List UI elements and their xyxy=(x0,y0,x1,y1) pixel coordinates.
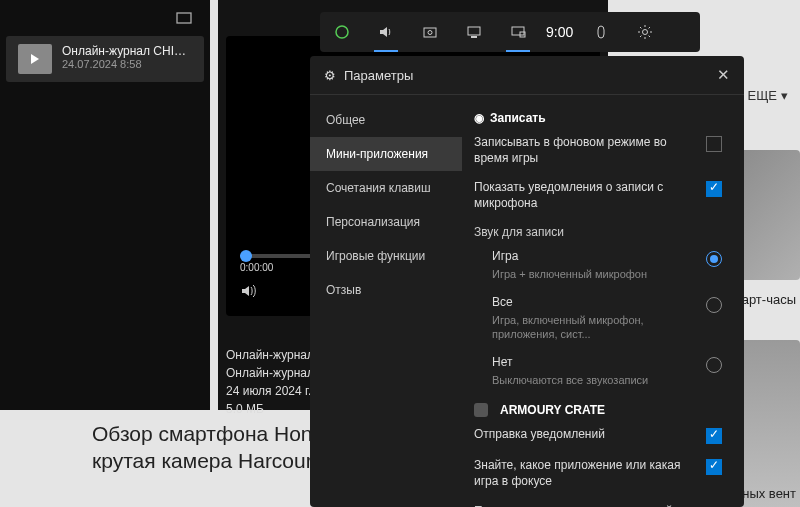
settings-content: ◉ Записать Записывать в фоновом режиме в… xyxy=(462,95,744,507)
svg-rect-8 xyxy=(598,26,604,38)
section-label: ARMOURY CRATE xyxy=(500,403,605,417)
nav-shortcuts[interactable]: Сочетания клавиш xyxy=(310,171,462,205)
row-sound-none[interactable]: Нет Выключаются все звукозаписи xyxy=(492,355,722,387)
widgets-icon[interactable] xyxy=(496,12,540,52)
nav-feedback[interactable]: Отзыв xyxy=(310,273,462,307)
checkbox[interactable] xyxy=(706,181,722,197)
gallery-item-date: 24.07.2024 8:58 xyxy=(62,58,192,70)
option-label: Нет xyxy=(492,355,696,371)
showmenu-title: Показать в меню мини-приложений xyxy=(474,504,722,507)
svg-point-3 xyxy=(428,31,432,35)
row-ac-focus[interactable]: Знайте, какое приложение или какая игра … xyxy=(474,458,722,489)
row-ac-notify[interactable]: Отправка уведомлений xyxy=(474,427,722,444)
checkbox[interactable] xyxy=(706,459,722,475)
option-label: Игра xyxy=(492,249,696,265)
svg-rect-2 xyxy=(424,28,436,37)
nav-gaming[interactable]: Игровые функции xyxy=(310,239,462,273)
gallery-thumbnail xyxy=(18,44,52,74)
audio-icon[interactable] xyxy=(364,12,408,52)
window-icon[interactable] xyxy=(176,10,192,29)
more-label: ЕЩЕ xyxy=(747,88,777,103)
gallery-item-title: Онлайн-журнал CHIP — M... xyxy=(62,44,192,58)
gallery-item[interactable]: Онлайн-журнал CHIP — M... 24.07.2024 8:5… xyxy=(6,36,204,82)
radio[interactable] xyxy=(706,251,722,267)
row-mic-notify[interactable]: Показать уведомления о записи с микрофон… xyxy=(474,180,722,211)
settings-nav: Общее Мини-приложения Сочетания клавиш П… xyxy=(310,95,462,507)
performance-icon[interactable] xyxy=(452,12,496,52)
settings-title: Параметры xyxy=(344,68,413,83)
xbox-icon[interactable] xyxy=(320,12,364,52)
mouse-icon[interactable] xyxy=(579,12,623,52)
nav-general[interactable]: Общее xyxy=(310,103,462,137)
radio[interactable] xyxy=(706,357,722,373)
settings-titlebar: ⚙ Параметры ✕ xyxy=(310,56,744,95)
option-label: Все xyxy=(492,295,696,311)
row-label: Знайте, какое приложение или какая игра … xyxy=(474,458,706,489)
checkbox[interactable] xyxy=(706,428,722,444)
section-label: Записать xyxy=(490,111,546,125)
option-sub: Выключаются все звукозаписи xyxy=(492,373,696,387)
row-label: Отправка уведомлений xyxy=(474,427,706,443)
row-bg-record[interactable]: Записывать в фоновом режиме во время игр… xyxy=(474,135,722,166)
more-menu[interactable]: ЕЩЕ ▾ xyxy=(747,88,788,103)
settings-icon[interactable] xyxy=(623,12,667,52)
clock: 9:00 xyxy=(540,24,579,40)
xbox-game-bar: 9:00 xyxy=(320,12,700,52)
capture-icon[interactable] xyxy=(408,12,452,52)
section-capture: ◉ Записать xyxy=(474,111,722,125)
option-sub: Игра + включенный микрофон xyxy=(492,267,696,281)
svg-point-9 xyxy=(643,30,648,35)
seek-handle[interactable] xyxy=(240,250,252,262)
gear-icon: ⚙ xyxy=(324,68,336,83)
svg-rect-5 xyxy=(471,36,477,38)
record-icon: ◉ xyxy=(474,111,484,125)
nav-personalization[interactable]: Персонализация xyxy=(310,205,462,239)
row-sound-all[interactable]: Все Игра, включенный микрофон, приложени… xyxy=(492,295,722,341)
close-button[interactable]: ✕ xyxy=(717,66,730,84)
armoury-crate-icon xyxy=(474,403,488,417)
svg-point-1 xyxy=(336,26,348,38)
svg-rect-6 xyxy=(512,27,524,35)
section-armoury-crate: ARMOURY CRATE xyxy=(474,403,722,417)
chevron-down-icon: ▾ xyxy=(781,88,788,103)
sound-title: Звук для записи xyxy=(474,225,722,239)
option-sub: Игра, включенный микрофон, приложения, с… xyxy=(492,313,696,342)
svg-rect-4 xyxy=(468,27,480,35)
nav-widgets[interactable]: Мини-приложения xyxy=(310,137,462,171)
radio[interactable] xyxy=(706,297,722,313)
capture-gallery-panel: Онлайн-журнал CHIP — M... 24.07.2024 8:5… xyxy=(0,0,210,410)
row-sound-game[interactable]: Игра Игра + включенный микрофон xyxy=(492,249,722,281)
svg-rect-0 xyxy=(177,13,191,23)
play-icon xyxy=(31,54,39,64)
row-label: Показать уведомления о записи с микрофон… xyxy=(474,180,706,211)
settings-panel: ⚙ Параметры ✕ Общее Мини-приложения Соче… xyxy=(310,56,744,507)
checkbox[interactable] xyxy=(706,136,722,152)
row-label: Записывать в фоновом режиме во время игр… xyxy=(474,135,706,166)
